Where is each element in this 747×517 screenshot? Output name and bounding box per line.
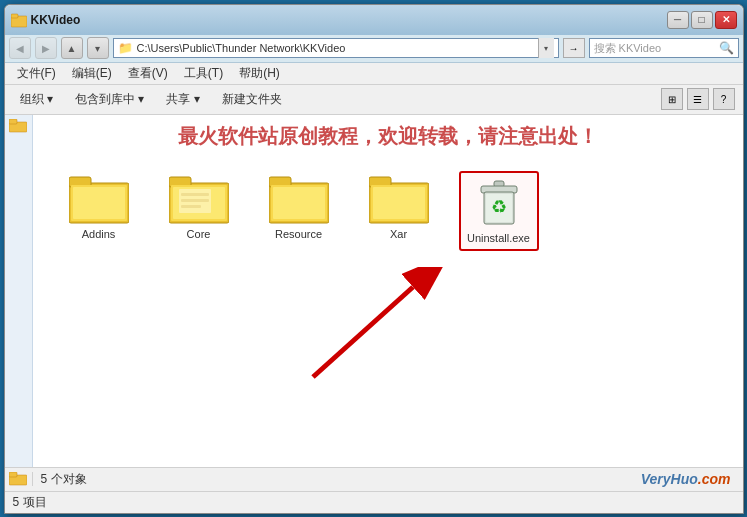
svg-rect-3 (9, 119, 17, 124)
new-folder-button[interactable]: 新建文件夹 (215, 87, 289, 112)
menu-help[interactable]: 帮助(H) (231, 63, 288, 84)
svg-rect-1 (11, 14, 18, 18)
file-label-xar: Xar (390, 228, 407, 241)
search-field[interactable]: 搜索 KKVideo 🔍 (589, 38, 739, 58)
status-folder-icon (9, 472, 27, 486)
help-button[interactable]: ? (713, 88, 735, 110)
share-button[interactable]: 共享 ▾ (159, 87, 206, 112)
address-dropdown[interactable]: ▾ (538, 38, 554, 58)
view-details-button[interactable]: ☰ (687, 88, 709, 110)
include-lib-button[interactable]: 包含到库中 ▾ (68, 87, 151, 112)
toolbar: 组织 ▾ 包含到库中 ▾ 共享 ▾ 新建文件夹 ⊞ ☰ ? (5, 85, 743, 115)
file-item-resource[interactable]: Resource (259, 171, 339, 251)
window-title: KKVideo (31, 13, 81, 27)
branding-name: VeryHuo (641, 471, 698, 487)
up-button[interactable]: ▲ (61, 37, 83, 59)
menu-bar: 文件(F) 编辑(E) 查看(V) 工具(T) 帮助(H) (5, 63, 743, 85)
red-arrow-indicator (273, 267, 453, 387)
minimize-button[interactable]: ─ (667, 11, 689, 29)
file-label-uninstall: Uninstall.exe (467, 232, 530, 245)
address-folder-icon: 📁 (118, 41, 133, 55)
menu-file[interactable]: 文件(F) (9, 63, 64, 84)
file-item-core[interactable]: Core (159, 171, 239, 251)
close-button[interactable]: ✕ (715, 11, 737, 29)
file-label-core: Core (187, 228, 211, 241)
svg-rect-32 (9, 472, 17, 477)
address-bar: ◀ ▶ ▲ ▾ 📁 C:\Users\Public\Thunder Networ… (5, 35, 743, 63)
file-label-resource: Resource (275, 228, 322, 241)
sidebar-folder-icon (9, 119, 27, 133)
svg-line-30 (313, 287, 413, 377)
address-text: C:\Users\Public\Thunder Network\KKVideo (137, 42, 534, 54)
status-bar: 5 个对象 VeryHuo.com (5, 467, 743, 491)
toolbar-right: ⊞ ☰ ? (661, 88, 735, 110)
menu-tools[interactable]: 工具(T) (176, 63, 231, 84)
svg-rect-7 (73, 187, 125, 219)
sidebar (5, 115, 33, 467)
file-item-addins[interactable]: Addins (59, 171, 139, 251)
go-button[interactable]: → (563, 38, 585, 58)
file-item-xar[interactable]: Xar (359, 171, 439, 251)
files-grid: Addins Core (49, 131, 727, 251)
search-icon[interactable]: 🔍 (719, 41, 734, 55)
status-left (5, 472, 33, 486)
branding-text: VeryHuo.com (641, 471, 731, 487)
file-item-uninstall[interactable]: ♻ Uninstall.exe (459, 171, 539, 251)
address-field[interactable]: 📁 C:\Users\Public\Thunder Network\KKVide… (113, 38, 559, 58)
file-label-addins: Addins (82, 228, 116, 241)
maximize-button[interactable]: □ (691, 11, 713, 29)
svg-rect-23 (373, 187, 425, 219)
view-toggle-button[interactable]: ⊞ (661, 88, 683, 110)
folder-icon-resource (269, 175, 329, 225)
svg-text:♻: ♻ (491, 197, 507, 217)
forward-button[interactable]: ▶ (35, 37, 57, 59)
branding: VeryHuo.com (641, 471, 743, 487)
recent-button[interactable]: ▾ (87, 37, 109, 59)
menu-edit[interactable]: 编辑(E) (64, 63, 120, 84)
content-area: 最火软件站原创教程，欢迎转载，请注意出处！ Addins (5, 115, 743, 467)
bottom-status-bar: 5 项目 (5, 491, 743, 513)
exe-icon-uninstall: ♻ (473, 177, 525, 229)
folder-icon-xar (369, 175, 429, 225)
folder-icon-addins (69, 175, 129, 225)
title-controls: ─ □ ✕ (667, 11, 737, 29)
explorer-window: KKVideo ─ □ ✕ ◀ ▶ ▲ ▾ 📁 C:\Users\Public\… (4, 4, 744, 514)
file-area: 最火软件站原创教程，欢迎转载，请注意出处！ Addins (33, 115, 743, 467)
status-count: 5 个对象 (33, 471, 95, 488)
status-items: 5 项目 (13, 494, 47, 511)
title-bar: KKVideo ─ □ ✕ (5, 5, 743, 35)
branding-domain: .com (698, 471, 731, 487)
svg-rect-19 (273, 187, 325, 219)
title-bar-left: KKVideo (11, 12, 81, 28)
svg-rect-15 (179, 189, 211, 213)
search-placeholder: 搜索 KKVideo (594, 41, 719, 56)
folder-icon-core (169, 175, 229, 225)
menu-view[interactable]: 查看(V) (120, 63, 176, 84)
window-icon (11, 12, 27, 28)
organize-button[interactable]: 组织 ▾ (13, 87, 60, 112)
back-button[interactable]: ◀ (9, 37, 31, 59)
